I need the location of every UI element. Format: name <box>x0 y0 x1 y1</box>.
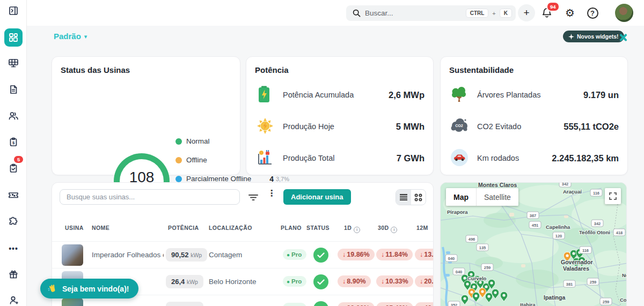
grid-view-button[interactable] <box>411 190 426 205</box>
sidebar-item-solar-plants[interactable] <box>4 54 23 72</box>
svg-text:040: 040 <box>448 256 455 261</box>
sidebar-item-documents[interactable] <box>4 80 23 99</box>
svg-text:496: 496 <box>469 237 475 242</box>
plant-name: Imperador Folheados e E <box>92 251 164 259</box>
svg-text:116: 116 <box>593 191 599 196</box>
metric-value: 7 GWh <box>397 153 425 163</box>
customize-tools-icon[interactable] <box>617 32 629 43</box>
map-city-label: Valadares <box>563 265 589 272</box>
road-shield: 040 <box>453 268 465 275</box>
sidebar-nav: $5••• <box>0 0 27 306</box>
sidebar-item-billing[interactable]: $ <box>4 133 23 151</box>
metric-value: 555,11 tCO2e <box>564 122 619 132</box>
sparkle-icon <box>568 34 574 40</box>
top-bar: CTRL + K + 94 ⚙ ? <box>0 0 644 26</box>
add-button[interactable]: + <box>518 4 535 21</box>
map-city-label: Teófilo Otoni <box>579 229 610 235</box>
view-toggle <box>396 189 426 205</box>
user-avatar[interactable] <box>615 4 633 22</box>
svg-text:135: 135 <box>479 245 486 250</box>
table-header: USINANOMEPOTÊNCIALOCALIZAÇÃOPLANOSTATUS1… <box>52 225 434 237</box>
settings-button[interactable]: ⚙ <box>561 4 579 21</box>
delta-1d-badge: ↓8.90% <box>338 275 371 287</box>
help-icon: ? <box>587 8 598 19</box>
sidebar-item-invite-user[interactable] <box>4 291 23 306</box>
sidebar-item-dashboard[interactable] <box>4 28 23 47</box>
metric-label: CO2 Evitado <box>477 122 564 131</box>
column-header-potência: POTÊNCIA <box>168 225 199 231</box>
column-header-status: STATUS <box>306 225 330 231</box>
sustain-metric-row: Km rodados 2.245.182,35 km <box>450 147 619 169</box>
svg-text:418: 418 <box>616 230 623 235</box>
road-shield: 381 <box>564 280 575 287</box>
plan-badge: ●Pro <box>283 276 306 287</box>
svg-text:259: 259 <box>603 300 610 304</box>
grid-view-icon <box>414 193 422 201</box>
svg-text:CO2: CO2 <box>455 124 463 128</box>
list-view-button[interactable] <box>396 190 411 205</box>
column-header-1d: 1Di <box>344 225 360 232</box>
layout-selector[interactable]: Padrão ▾ <box>54 32 87 41</box>
status-check-icon[interactable] <box>313 274 328 289</box>
map-card: 3421163674513424181204961351160400402593… <box>440 182 627 306</box>
new-widgets-button[interactable]: Novos widgets! <box>563 31 624 42</box>
status-card: Status das Usinas 108 Usinas Normal 61 5… <box>52 56 240 175</box>
plant-thumbnail <box>62 244 83 266</box>
table-menu-button[interactable]: ⋮ <box>267 190 275 204</box>
sustainability-card: Sustentabilidade Árvores Plantadas 9.179… <box>440 56 628 175</box>
sidebar-item-tasks[interactable]: 5 <box>4 159 23 177</box>
map-type-control: Map Satellite <box>446 188 518 206</box>
map-city-label: Itabira <box>520 302 536 306</box>
metric-value: 5 MWh <box>396 122 425 132</box>
sidebar-item-rewards[interactable] <box>4 265 23 283</box>
status-check-icon[interactable] <box>313 301 328 306</box>
sidebar-item-panel-toggle[interactable] <box>4 2 23 20</box>
delta-12m-badge: ↓13.45% <box>415 249 434 260</box>
fullscreen-button[interactable] <box>605 188 621 204</box>
svg-text:120: 120 <box>555 234 562 238</box>
sidebar-item-tickets[interactable] <box>4 186 23 204</box>
metric-label: Km rodados <box>477 154 552 162</box>
welcome-toast[interactable]: Seja bem vindo(a)! <box>40 279 138 298</box>
shortcut-plus: + <box>492 10 495 17</box>
status-card-title: Status das Usinas <box>61 65 130 74</box>
status-check-icon[interactable] <box>313 248 328 263</box>
filter-button[interactable] <box>247 191 259 203</box>
sidebar-item-users[interactable] <box>4 107 23 125</box>
co2-icon: CO2 <box>450 117 470 136</box>
column-header-localização: LOCALIZAÇÃO <box>209 225 252 231</box>
info-icon[interactable]: i <box>391 227 397 233</box>
sidebar-item-more[interactable]: ••• <box>4 240 23 258</box>
metric-value: 2.245.182,35 km <box>552 153 619 163</box>
plant-row[interactable]: Imperador Folheados e E 90,52 kWp Contag… <box>52 241 434 268</box>
search-input[interactable] <box>365 9 462 17</box>
info-icon[interactable]: i <box>354 227 360 233</box>
map-city-label: Capelinha <box>546 224 570 230</box>
help-button[interactable]: ? <box>584 4 601 21</box>
road-shield: 135 <box>477 244 488 251</box>
delta-30d-badge: ↓11.84% <box>376 249 413 260</box>
map-type-map-button[interactable]: Map <box>446 188 476 206</box>
sidebar-badge: 5 <box>13 155 24 164</box>
svg-text:342: 342 <box>562 183 569 186</box>
svg-text:342: 342 <box>594 221 601 226</box>
legend-percent: 3,7% <box>276 176 289 182</box>
road-shield: 120 <box>553 232 565 239</box>
metric-label: Produção Total <box>283 154 397 162</box>
road-shield: 352 <box>448 301 460 306</box>
delta-12m-badge: ↓43.10% <box>415 302 434 306</box>
add-plant-button[interactable]: Adicionar usina <box>283 189 351 205</box>
map-city-label: Governador <box>561 259 593 265</box>
map-type-satellite-button[interactable]: Satellite <box>476 188 518 206</box>
global-search[interactable]: CTRL + K <box>346 5 516 21</box>
svg-text:259: 259 <box>484 265 491 270</box>
svg-text:451: 451 <box>532 223 539 228</box>
sidebar-item-integrations[interactable] <box>4 212 23 230</box>
legend-dot <box>175 176 182 182</box>
road-shield: 259 <box>481 264 493 271</box>
notification-count-badge: 94 <box>546 2 560 12</box>
svg-text:259: 259 <box>590 280 597 285</box>
fullscreen-icon <box>609 192 617 200</box>
plant-search-input[interactable] <box>60 189 240 205</box>
map-city-label: Ipatinga <box>544 294 565 301</box>
